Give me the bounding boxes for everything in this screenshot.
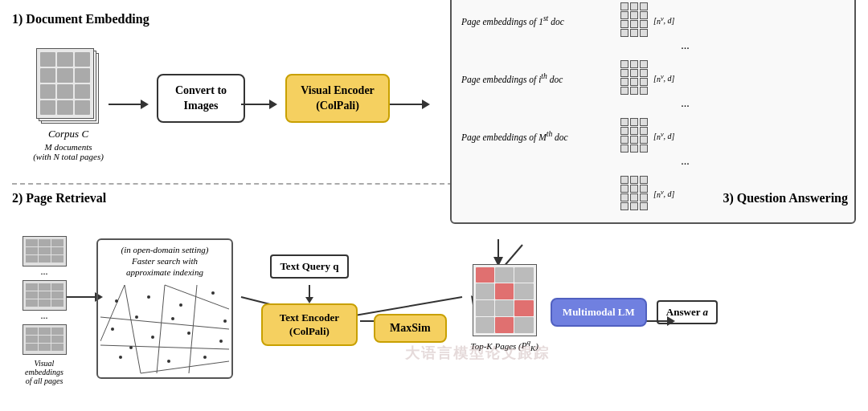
maxsim-area: MaxSim xyxy=(374,314,447,343)
svg-line-26 xyxy=(100,345,229,349)
svg-point-40 xyxy=(203,356,207,359)
corpus-block: Corpus C M documents(with N total pages) xyxy=(20,48,117,161)
document-stack xyxy=(36,48,100,124)
arrow-down-1 xyxy=(309,285,310,297)
embedding-row-1: Page embeddings of 1st doc [nv, d] xyxy=(461,2,845,38)
maxsim-label: MaxSim xyxy=(390,322,431,334)
maxsim-box: MaxSim xyxy=(374,314,447,343)
svg-line-27 xyxy=(100,285,125,341)
svg-point-30 xyxy=(115,299,118,303)
corpus-label: Corpus C xyxy=(48,128,88,140)
svg-point-41 xyxy=(135,315,138,319)
svg-point-34 xyxy=(111,328,114,331)
vis-emb-item-1 xyxy=(23,236,67,267)
approx-label: (in open-domain setting)Faster search wi… xyxy=(98,240,231,279)
diagram-container: 1) Document Embedding Corpus C M documen… xyxy=(0,0,868,411)
top-section: 1) Document Embedding Corpus C M documen… xyxy=(12,8,856,185)
embedding-row-3: Page embeddings of Mth doc [nv, d] xyxy=(461,118,845,153)
svg-point-42 xyxy=(171,317,174,320)
bottom-section: 2) Page Retrieval 3) Question Answering … xyxy=(12,185,856,393)
emb-dots-2: ··· xyxy=(461,100,845,113)
svg-point-44 xyxy=(129,346,133,349)
doc-page-front xyxy=(36,48,94,119)
emb-grid-1 xyxy=(620,2,649,38)
embedding-row-2: Page embeddings of ith doc [nv, d] xyxy=(461,60,845,96)
page-image-box xyxy=(473,264,537,336)
answer-label: Answer a xyxy=(666,306,708,318)
svg-point-32 xyxy=(179,303,182,307)
multimodal-label: Multimodal LM xyxy=(563,306,635,318)
svg-point-37 xyxy=(219,340,223,343)
approx-box: (in open-domain setting)Faster search wi… xyxy=(96,238,233,379)
vis-emb-block: ··· ··· Visual embeddingsof all pages xyxy=(16,236,72,385)
section2-label: 2) Page Retrieval xyxy=(12,191,106,206)
answer-box: Answer a xyxy=(657,300,718,324)
visual-encoder-box: Visual Encoder(ColPali) xyxy=(285,74,390,122)
section1-label: 1) Document Embedding xyxy=(12,12,149,26)
svg-line-29 xyxy=(141,361,229,373)
query-encoder-area: Text Query q Text Encoder(ColPali) xyxy=(261,254,358,355)
svg-point-35 xyxy=(151,336,154,339)
text-query-label: Text Query q xyxy=(280,260,338,272)
topk-label: Top-K Pages (PqK) xyxy=(471,339,538,353)
emb-grid-3 xyxy=(620,118,649,153)
svg-line-23 xyxy=(100,317,229,329)
text-query-box: Text Query q xyxy=(270,254,348,279)
emb-dots-3: ··· xyxy=(461,158,845,171)
topk-block: Top-K Pages (PqK) xyxy=(471,264,538,353)
svg-point-36 xyxy=(187,332,190,335)
convert-to-images-box: Convert to Images xyxy=(157,74,245,122)
text-encoder-label: Text Encoder(ColPali) xyxy=(280,311,339,337)
svg-point-43 xyxy=(223,319,227,323)
vis-emb-item-3 xyxy=(23,324,67,355)
vis-emb-item-2 xyxy=(23,280,67,311)
svg-point-38 xyxy=(119,356,122,359)
emb-grid-2 xyxy=(620,60,649,96)
svg-line-24 xyxy=(157,285,165,373)
voronoi-diagram xyxy=(100,281,229,377)
svg-line-25 xyxy=(189,285,197,373)
svg-point-33 xyxy=(211,291,215,295)
vis-emb-label: Visual embeddingsof all pages xyxy=(16,359,72,385)
corpus-sub: M documents(with N total pages) xyxy=(33,142,104,161)
svg-point-39 xyxy=(167,360,170,363)
svg-point-31 xyxy=(147,295,150,299)
multimodal-lm-box: Multimodal LM xyxy=(551,298,647,327)
section3-label: 3) Question Answering xyxy=(723,191,848,206)
emb-dots-1: ··· xyxy=(461,43,845,55)
arrowhead-down-1 xyxy=(305,297,313,303)
svg-line-22 xyxy=(125,285,141,373)
text-encoder-box: Text Encoder(ColPali) xyxy=(261,303,358,347)
answer-block: Answer a xyxy=(657,300,718,324)
